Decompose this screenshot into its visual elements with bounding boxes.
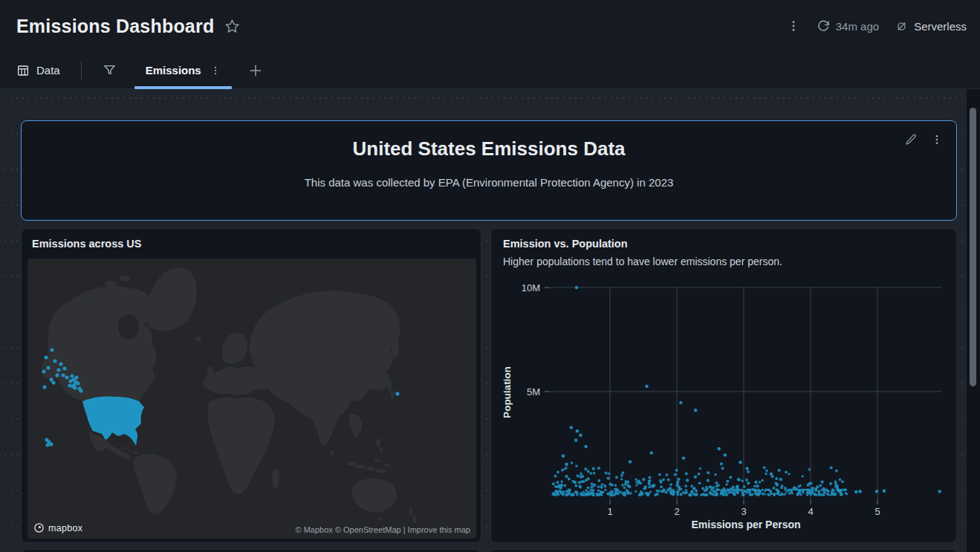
dashboard-title: Emissions Dashboard (16, 16, 214, 37)
refresh-time-label: 34m ago (836, 20, 879, 33)
refresh-status[interactable]: 34m ago (817, 19, 879, 33)
text-widget-card[interactable]: United States Emissions Data This data w… (21, 120, 957, 221)
add-page-button[interactable] (248, 52, 263, 88)
compute-label: Serverless (914, 20, 967, 33)
x-axis-title: Emissions per Person (691, 519, 800, 530)
svg-text:2: 2 (674, 506, 679, 517)
tab-options-kebab-icon[interactable] (210, 65, 221, 76)
svg-text:10M: 10M (522, 282, 540, 293)
map-attribution[interactable]: © Mapbox © OpenStreetMap | Improve this … (295, 525, 470, 534)
scrollbar-track (967, 89, 980, 552)
world-map[interactable]: mapbox © Mapbox © OpenStreetMap | Improv… (27, 259, 476, 539)
map-widget-title: Emissions across US (32, 238, 142, 250)
scatter-chart[interactable]: Population Emissions per Person 123455M1… (491, 229, 958, 544)
next-row-card-right[interactable] (490, 549, 957, 552)
y-axis-title: Population (502, 366, 513, 418)
tab-bar: Data Emissions (0, 52, 980, 89)
widget-main-subtitle: This data was collected by EPA (Environm… (22, 176, 956, 189)
widget-main-title: United States Emissions Data (22, 137, 956, 160)
map-widget-card[interactable]: Emissions across US (21, 228, 481, 543)
mapbox-logo[interactable]: mapbox (33, 522, 82, 533)
svg-text:5M: 5M (527, 386, 540, 397)
scrollbar-thumb[interactable] (970, 108, 976, 386)
svg-text:3: 3 (741, 506, 746, 517)
svg-text:1: 1 (607, 506, 612, 517)
tab-emissions[interactable]: Emissions (134, 52, 232, 88)
tab-data[interactable]: Data (16, 52, 60, 88)
app-header: Emissions Dashboard 34m ago (0, 0, 980, 52)
tab-divider (81, 62, 82, 79)
world-map-svg (27, 259, 476, 539)
refresh-icon[interactable] (817, 19, 830, 33)
svg-text:5: 5 (874, 506, 880, 517)
edit-pencil-icon[interactable] (905, 133, 918, 146)
widget-kebab-icon[interactable] (931, 133, 943, 146)
chart-gridlines (545, 287, 941, 504)
scatter-widget-card[interactable]: Emission vs. Population Higher populatio… (490, 228, 957, 543)
tab-data-label: Data (36, 64, 60, 77)
header-overflow-menu-icon[interactable] (787, 19, 800, 33)
dashboard-canvas: United States Emissions Data This data w… (0, 89, 980, 552)
serverless-icon (895, 20, 908, 33)
filter-icon[interactable] (103, 52, 117, 88)
mapbox-logo-text: mapbox (48, 523, 82, 533)
next-row-card-left[interactable] (21, 549, 481, 552)
svg-text:4: 4 (808, 506, 813, 517)
compute-selector[interactable]: Serverless (895, 20, 967, 33)
tab-emissions-label: Emissions (146, 64, 201, 77)
favorite-star-icon[interactable] (224, 19, 240, 34)
